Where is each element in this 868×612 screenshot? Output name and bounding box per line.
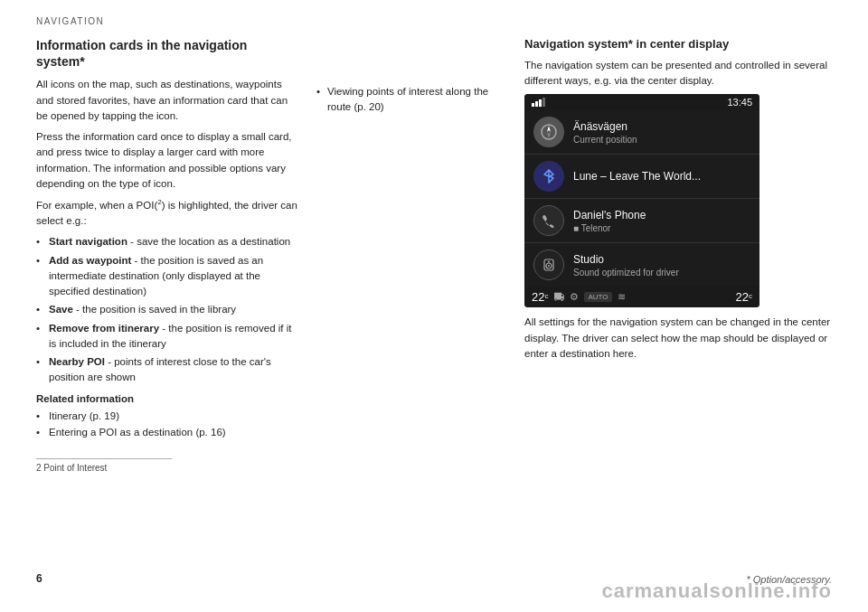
media-row-text: Studio Sound optimized for driver	[573, 253, 750, 278]
display-row-phone: Daniel's Phone ■ Telenor	[524, 199, 760, 243]
media-subtitle: Sound optimized for driver	[573, 268, 750, 278]
display-rows: Änäsvägen Current position Lune – Leave …	[524, 110, 760, 287]
bullet-item-3: Save - the position is saved in the libr…	[36, 302, 298, 317]
copyright-footer: carmanualsonline.info	[0, 579, 868, 603]
display-row-media: Studio Sound optimized for driver	[524, 243, 760, 287]
media-icon	[533, 250, 564, 280]
related-list: Itinerary (p. 19) Entering a POI as a de…	[36, 408, 298, 441]
related-item-1: Itinerary (p. 19)	[36, 408, 298, 424]
signal-bar-4	[542, 98, 545, 107]
nav-row-text: Änäsvägen Current position	[573, 120, 750, 145]
svg-marker-2	[547, 132, 551, 138]
signal-bar-2	[535, 101, 538, 107]
display-row-bt: Lune – Leave The World...	[524, 155, 760, 199]
signal-bar-3	[539, 99, 542, 107]
bullet-item-5: Nearby POI - points of interest close to…	[36, 354, 298, 386]
page-header: NAVIGATION	[0, 0, 868, 26]
nav-icon	[533, 117, 564, 147]
middle-column: Viewing points of interest along the rou…	[316, 37, 515, 473]
phone-row-text: Daniel's Phone ■ Telenor	[573, 209, 750, 233]
phone-subtitle: ■ Telenor	[573, 223, 750, 233]
nav-title: Änäsvägen	[573, 120, 750, 135]
auto-badge: AUTO	[584, 292, 611, 302]
left-para-2: Press the information card once to displ…	[36, 129, 298, 192]
right-section-title: Navigation system* in center display	[524, 37, 832, 52]
signal-bar-1	[532, 103, 534, 107]
related-item-2: Entering a POI as a destination (p. 16)	[36, 424, 298, 440]
display-footer: 22c ⛟ ⚙ AUTO ≋ 22c	[524, 287, 760, 307]
media-title: Studio	[573, 253, 750, 268]
left-para-3: For example, when a POI(2) is highlighte…	[36, 197, 298, 229]
ac-icon: ≋	[618, 291, 626, 303]
signal-bars	[532, 98, 545, 107]
left-section-title: Information cards in the navigation syst…	[36, 37, 298, 70]
display-time: 13:45	[727, 97, 752, 108]
bullet-item-4: Remove from itinerary - the position is …	[36, 321, 298, 353]
bt-row-text: Lune – Leave The World...	[573, 170, 750, 184]
footnote-text: 2 Point of Interest	[36, 463, 107, 473]
temp-left: 22c	[532, 290, 548, 304]
middle-bullet-text: Viewing points of interest along the rou…	[327, 84, 497, 116]
right-para-1: The navigation system can be presented a…	[524, 58, 832, 89]
right-column: Navigation system* in center display The…	[515, 37, 832, 473]
bullet-item-1: Start navigation - save the location as …	[36, 234, 298, 250]
phone-icon	[533, 205, 564, 236]
svg-point-5	[548, 265, 550, 267]
bluetooth-icon	[542, 168, 556, 184]
svg-point-6	[548, 261, 550, 263]
footnote-area: 2 Point of Interest	[36, 458, 172, 473]
compass-icon	[541, 124, 557, 140]
bullet-item-2: Add as waypoint - the position is saved …	[36, 253, 298, 300]
bt-icon	[533, 161, 564, 192]
display-header: 13:45	[524, 94, 760, 110]
speaker-icon	[541, 257, 557, 273]
right-para-2: All settings for the navigation system c…	[524, 315, 832, 362]
phone-svg-icon	[541, 212, 557, 229]
left-column: Information cards in the navigation syst…	[36, 37, 316, 473]
nav-subtitle: Current position	[573, 135, 750, 145]
bt-title: Lune – Leave The World...	[573, 170, 750, 184]
display-row-nav: Änäsvägen Current position	[524, 110, 760, 155]
para3-start: For example, when a POI(	[36, 200, 157, 211]
bullet-list: Start navigation - save the location as …	[36, 234, 298, 385]
temp-right: 22c	[736, 290, 752, 304]
fan-icon: ⚙	[570, 291, 579, 303]
related-title: Related information	[36, 393, 298, 404]
related-section: Related information Itinerary (p. 19) En…	[36, 393, 298, 441]
svg-marker-1	[547, 126, 551, 132]
header-label: NAVIGATION	[36, 16, 104, 26]
middle-bullet-item: Viewing points of interest along the rou…	[316, 84, 497, 116]
seat-heat-icon: ⛟	[553, 291, 564, 304]
left-para-1: All icons on the map, such as destinatio…	[36, 77, 298, 124]
center-display: 13:45 Änäsvägen Current position	[524, 94, 760, 307]
phone-title: Daniel's Phone	[573, 209, 750, 223]
